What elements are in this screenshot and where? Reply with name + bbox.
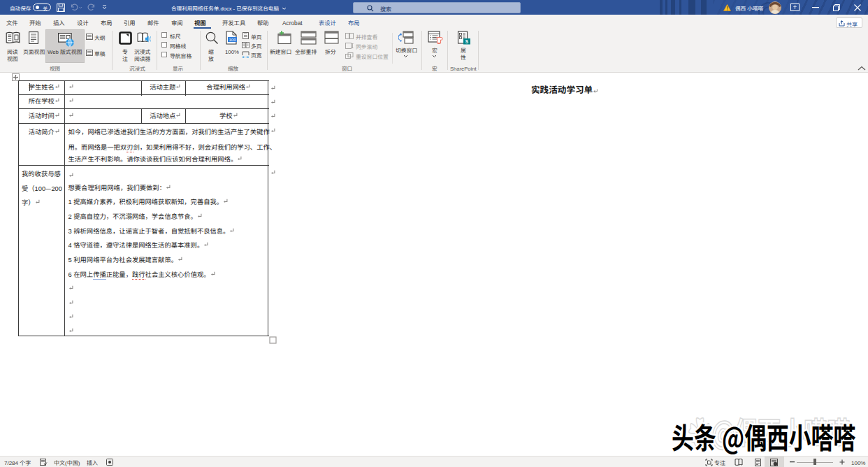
svg-text:100: 100 (229, 38, 236, 42)
svg-text:S: S (465, 39, 469, 44)
